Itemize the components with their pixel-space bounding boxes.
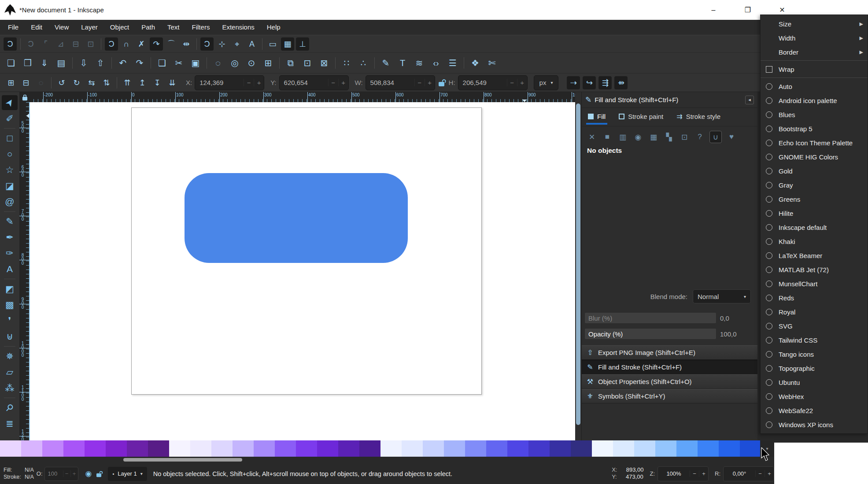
- transform-corners-toggle[interactable]: ↪: [583, 76, 596, 89]
- tool-3d-box[interactable]: ◪: [2, 178, 18, 193]
- palette-swatch[interactable]: [127, 440, 148, 457]
- palette-radio-item[interactable]: Gray: [761, 178, 868, 192]
- zoom-actual-size[interactable]: ⊞: [261, 55, 276, 70]
- cut[interactable]: ✂: [171, 55, 186, 70]
- palette-radio-item[interactable]: MunsellChart: [761, 277, 868, 291]
- snap-smooth-nodes[interactable]: ⌒: [165, 37, 178, 51]
- new-document[interactable]: ❏: [4, 55, 18, 70]
- palette-radio-item[interactable]: Inkscape default: [761, 220, 868, 234]
- tool-gradient[interactable]: ◩: [2, 281, 18, 296]
- raise-to-top[interactable]: ⇈: [121, 76, 134, 89]
- raise[interactable]: ↥: [136, 76, 149, 89]
- menu-item[interactable]: Text: [161, 20, 186, 35]
- palette-swatch[interactable]: [338, 440, 359, 457]
- h-decrement[interactable]: −: [507, 79, 517, 86]
- tool-calligraphy[interactable]: ✒: [2, 230, 18, 245]
- rotation-field[interactable]: 0,00° − +: [723, 466, 774, 481]
- unit-dropdown[interactable]: px ▾: [534, 75, 559, 90]
- palette-radio-item[interactable]: WebHex: [761, 389, 868, 403]
- palette-swatch[interactable]: [592, 440, 613, 457]
- palette-radio-item[interactable]: GNOME HIG Colors: [761, 150, 868, 164]
- menu-item[interactable]: File: [2, 20, 25, 35]
- w-field[interactable]: 508,834 − +: [366, 75, 435, 90]
- document-properties[interactable]: ❖: [468, 55, 483, 70]
- palette-radio-item[interactable]: Android icon palette: [761, 93, 868, 107]
- opacity-value[interactable]: 100,0: [717, 330, 755, 338]
- zoom-decrement[interactable]: −: [690, 470, 699, 477]
- paint-linear-gradient[interactable]: ▥: [617, 131, 628, 143]
- context-menu-item-wrap[interactable]: Wrap: [761, 62, 868, 76]
- snap-master-toggle[interactable]: Ɔ: [4, 37, 17, 51]
- palette-radio-item[interactable]: SVG: [761, 319, 868, 333]
- menu-item[interactable]: Edit: [25, 20, 48, 35]
- palette-radio-item[interactable]: Tango icons: [761, 347, 868, 361]
- rotate-cw[interactable]: ↻: [70, 76, 83, 89]
- palette-swatch[interactable]: [106, 440, 127, 457]
- zoom-increment[interactable]: +: [699, 470, 708, 477]
- w-decrement[interactable]: −: [414, 79, 425, 86]
- paint-mesh-gradient[interactable]: ▦: [648, 131, 659, 143]
- preferences[interactable]: ✄: [484, 55, 499, 70]
- object-opacity-field[interactable]: 100 − +: [44, 467, 78, 481]
- tool-spray[interactable]: ✵: [2, 349, 18, 364]
- create-clone[interactable]: ⊡: [300, 55, 315, 70]
- palette-radio-item[interactable]: Auto: [761, 79, 868, 93]
- paint-swatch[interactable]: ⊡: [679, 131, 690, 143]
- snap-others-toggle[interactable]: Ɔ: [200, 37, 214, 51]
- palette-swatch[interactable]: [423, 440, 444, 457]
- palette-swatch[interactable]: [528, 440, 550, 457]
- dock-symbols[interactable]: ⚜ Symbols (Shift+Ctrl+Y): [582, 389, 757, 403]
- opacity-increment[interactable]: +: [70, 470, 78, 477]
- export[interactable]: ⇧: [93, 55, 108, 70]
- duplicate[interactable]: ⧉: [283, 55, 298, 70]
- dock-export-png[interactable]: ⇧ Export PNG Image (Shift+Ctrl+E): [582, 345, 757, 360]
- palette-swatch[interactable]: [211, 440, 233, 457]
- layer-visibility-toggle[interactable]: ◉: [85, 469, 92, 478]
- save-document[interactable]: ⇓: [37, 55, 52, 70]
- maximize-button[interactable]: ❐: [741, 6, 754, 14]
- paint-flat-color[interactable]: ■: [602, 131, 613, 143]
- palette-radio-item[interactable]: Ubuntu: [761, 375, 868, 389]
- transform-patterns-toggle[interactable]: ⇻: [614, 76, 628, 89]
- flip-horizontal[interactable]: ⇆: [85, 76, 98, 89]
- dock-fill-stroke[interactable]: ✎ Fill and Stroke (Shift+Ctrl+F): [582, 360, 757, 374]
- palette-swatch[interactable]: [571, 440, 592, 457]
- palette-radio-item[interactable]: Hilite: [761, 206, 868, 220]
- horizontal-ruler[interactable]: -200-10001002003004005006007008009001000: [30, 92, 575, 103]
- tool-spiral[interactable]: @: [2, 194, 18, 209]
- palette-swatch[interactable]: [613, 440, 634, 457]
- snap-paths[interactable]: ∩: [120, 37, 133, 51]
- palette-swatch[interactable]: [42, 440, 63, 457]
- palette-swatch[interactable]: [169, 440, 190, 457]
- snap-grid[interactable]: ▦: [281, 37, 294, 51]
- xml-editor[interactable]: ‹›: [428, 55, 443, 70]
- palette-radio-item[interactable]: Reds: [761, 291, 868, 305]
- snap-bbox-edges[interactable]: ⊿: [54, 37, 67, 51]
- palette-swatch[interactable]: [63, 440, 85, 457]
- blend-mode-dropdown[interactable]: Normal ▾: [693, 289, 751, 303]
- palette-radio-item[interactable]: Tailwind CSS: [761, 333, 868, 347]
- palette-swatch[interactable]: [465, 440, 486, 457]
- palette-swatch[interactable]: [233, 440, 254, 457]
- tool-connector[interactable]: ⁂: [2, 381, 18, 395]
- palette-swatch[interactable]: [275, 440, 296, 457]
- tool-mesh-gradient[interactable]: ▩: [2, 297, 18, 312]
- palette-swatch[interactable]: [380, 440, 402, 457]
- menu-item[interactable]: Layer: [75, 20, 104, 35]
- palette-radio-item[interactable]: Echo Icon Theme Palette: [761, 136, 868, 150]
- flip-vertical[interactable]: ⇅: [100, 76, 113, 89]
- blur-value[interactable]: 0,0: [717, 314, 755, 322]
- paint-none[interactable]: ✕: [586, 131, 598, 143]
- tool-rectangle[interactable]: □: [2, 131, 18, 146]
- deselect[interactable]: ◌: [34, 76, 48, 89]
- tool-star[interactable]: ☆: [2, 163, 18, 177]
- palette-swatch[interactable]: [359, 440, 380, 457]
- snap-line-midpoints[interactable]: ⇹: [180, 37, 193, 51]
- layer-selector[interactable]: • Layer 1 ▾: [108, 467, 147, 481]
- palette-swatch[interactable]: [486, 440, 507, 457]
- x-decrement[interactable]: −: [244, 79, 254, 86]
- snap-bbox-toggle[interactable]: Ɔ: [24, 37, 37, 51]
- palette-swatch[interactable]: [296, 440, 317, 457]
- palette-swatch[interactable]: [676, 440, 698, 457]
- palette-radio-item[interactable]: Gold: [761, 164, 868, 178]
